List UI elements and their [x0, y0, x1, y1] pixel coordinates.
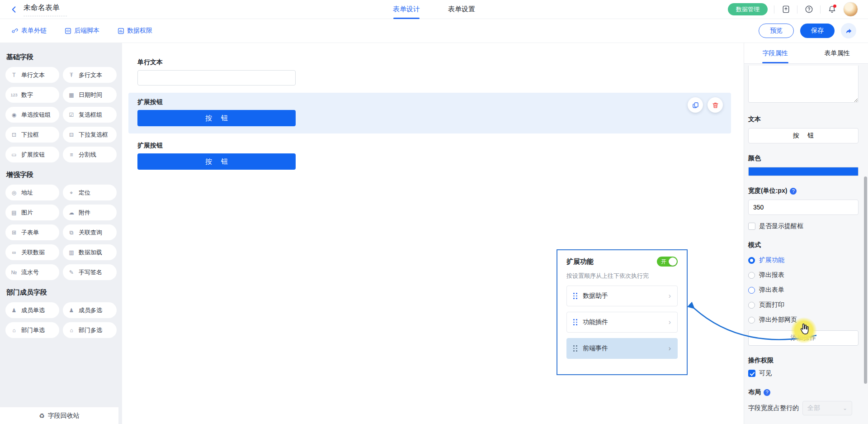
data-manage-button[interactable]: 数据管理 [728, 3, 768, 15]
palette-item-attachment[interactable]: ☁附件 [63, 205, 117, 220]
field-recycle-bin[interactable]: ♻ 字段回收站 [0, 407, 118, 424]
panel-scrollbar[interactable] [864, 176, 867, 384]
canvas-field-single-text[interactable]: 单行文本 [128, 53, 731, 90]
palette-item-geolocation[interactable]: ⌖定位 [63, 185, 117, 200]
palette-item-dept-multi[interactable]: ⌂部门多选 [63, 322, 117, 338]
help-icon[interactable] [804, 5, 814, 14]
mode-option-page-print[interactable]: 页面打印 [748, 301, 859, 309]
palette-item-address[interactable]: ◎地址 [5, 185, 59, 200]
width-help-icon[interactable]: ? [790, 188, 797, 195]
form-designer-app: 未命名表单 表单设计 表单设置 数据管理 [0, 0, 868, 424]
extend-button[interactable]: 按 钮 [137, 110, 296, 126]
enhanced-fields-grid: ◎地址 ⌖定位 ▤图片 ☁附件 ⊞子表单 ⧉关联查询 ∞关联数据 ▥数据加载 №… [5, 185, 117, 280]
reminder-checkbox[interactable] [748, 223, 755, 230]
radio-icon[interactable] [748, 287, 755, 294]
section-title-basic: 基础字段 [6, 53, 116, 62]
chevron-right-icon: › [669, 344, 671, 353]
mode-option-external-page[interactable]: 弹出外部网页 [748, 316, 859, 324]
properties-body: 文本 颜色 宽度(单位:px) ? 是否显示提醒框 模式 扩展功能 弹出报表 [744, 64, 868, 415]
toggle-knob [669, 257, 677, 266]
mode-option-popup-form[interactable]: 弹出表单 [748, 286, 859, 294]
tab-form-properties[interactable]: 表单属性 [806, 43, 868, 63]
palette-item-datetime[interactable]: ▦日期时间 [63, 87, 117, 103]
canvas-field-extend-button[interactable]: 扩展按钮 按 钮 [128, 136, 731, 174]
radio-icon[interactable] [748, 272, 755, 279]
palette-item-multi-dropdown[interactable]: ⊟下拉复选框 [63, 127, 117, 143]
palette-item-number[interactable]: 123数字 [5, 87, 59, 103]
radio-icon[interactable] [748, 302, 755, 309]
field-label: 扩展按钮 [137, 98, 722, 106]
palette-item-extend-button[interactable]: ▭扩展按钮 [5, 147, 59, 162]
palette-item-image[interactable]: ▤图片 [5, 205, 59, 220]
palette-item-single-text[interactable]: T单行文本 [5, 67, 59, 83]
extend-button[interactable]: 按 钮 [137, 153, 296, 170]
palette-item-member-single[interactable]: ♟成员单选 [5, 302, 59, 318]
palette-item-signature[interactable]: ✎手写签名 [63, 264, 117, 280]
button-text-input[interactable] [748, 128, 859, 143]
visible-checkbox-row[interactable]: 可见 [748, 369, 859, 377]
palette-item-linked-data[interactable]: ∞关联数据 [5, 244, 59, 260]
palette-item-serial-number[interactable]: №流水号 [5, 264, 59, 280]
palette-item-data-loading[interactable]: ▥数据加载 [63, 244, 117, 260]
form-external-link[interactable]: 表单外链 [12, 27, 47, 35]
description-textarea[interactable] [748, 66, 859, 103]
data-permission-link[interactable]: 数据权限 [118, 27, 152, 35]
copy-field-button[interactable] [688, 97, 703, 113]
palette-item-linked-query[interactable]: ⧉关联查询 [63, 224, 117, 240]
radio-icon[interactable] [748, 317, 755, 324]
permission-label: 操作权限 [748, 357, 859, 365]
single-text-input[interactable] [137, 70, 296, 86]
popup-item-function-plugin[interactable]: 功能插件 › [566, 312, 678, 333]
color-label: 颜色 [748, 154, 859, 162]
canvas-field-extend-button-selected[interactable]: 扩展按钮 按 钮 [128, 93, 731, 133]
trash-icon [712, 101, 719, 109]
checkbox-icon: ☑ [67, 112, 75, 118]
user-avatar[interactable] [843, 2, 858, 17]
extension-toggle-on[interactable]: 开 [657, 257, 678, 267]
tab-form-design[interactable]: 表单设计 [393, 0, 420, 19]
palette-item-dropdown[interactable]: ⊡下拉框 [5, 127, 59, 143]
row-width-select[interactable]: 全部 ⌄ [802, 401, 852, 415]
visible-checkbox[interactable] [748, 370, 755, 377]
pen-icon: ✎ [67, 269, 75, 276]
color-swatch[interactable] [748, 167, 859, 176]
save-button[interactable]: 保存 [800, 24, 835, 38]
delete-field-button[interactable] [708, 97, 723, 113]
section-title-dept-member: 部门成员字段 [6, 288, 116, 297]
width-input[interactable] [748, 200, 859, 215]
popup-item-data-assistant[interactable]: 数据助手 › [566, 286, 678, 306]
share-button[interactable] [841, 23, 856, 38]
link-icon [12, 28, 19, 34]
reminder-checkbox-row[interactable]: 是否显示提醒框 [748, 222, 859, 230]
drag-handle-icon[interactable] [573, 319, 577, 325]
docs-book-icon[interactable] [781, 5, 791, 14]
notification-bell-icon[interactable] [827, 5, 837, 14]
popup-item-frontend-event[interactable]: 前端事件 › [566, 338, 678, 359]
layout-help-icon[interactable]: ? [764, 389, 770, 396]
palette-item-divider[interactable]: ≡分割线 [63, 147, 117, 162]
linked-data-icon: ∞ [10, 249, 18, 256]
dropdown-icon: ⊡ [10, 132, 18, 138]
back-button[interactable] [10, 5, 18, 14]
palette-item-dept-single[interactable]: ⌂部门单选 [5, 322, 59, 338]
palette-item-radio-group[interactable]: ◉单选按钮组 [5, 107, 59, 123]
form-title[interactable]: 未命名表单 [24, 2, 67, 16]
mode-option-extension[interactable]: 扩展功能 [748, 256, 859, 264]
palette-item-multi-text[interactable]: Ŧ多行文本 [63, 67, 117, 83]
back-chevron-icon [10, 5, 18, 14]
locate-icon: ⌖ [67, 190, 75, 196]
drag-handle-icon[interactable] [573, 345, 577, 352]
mode-option-popup-report[interactable]: 弹出报表 [748, 271, 859, 279]
preview-button[interactable]: 预览 [759, 24, 794, 38]
add-action-button[interactable]: 添加操作 [748, 330, 859, 346]
address-pin-icon: ◎ [10, 190, 18, 196]
tab-field-properties[interactable]: 字段属性 [744, 43, 806, 63]
backend-script-link[interactable]: 后端脚本 [65, 27, 99, 35]
tab-form-settings[interactable]: 表单设置 [448, 0, 475, 19]
palette-item-checkbox-group[interactable]: ☑复选框组 [63, 107, 117, 123]
radio-selected-icon[interactable] [748, 257, 755, 264]
depts-icon: ⌂ [67, 327, 75, 333]
palette-item-subform[interactable]: ⊞子表单 [5, 224, 59, 240]
drag-handle-icon[interactable] [573, 293, 577, 299]
palette-item-member-multi[interactable]: ♟成员多选 [63, 302, 117, 318]
